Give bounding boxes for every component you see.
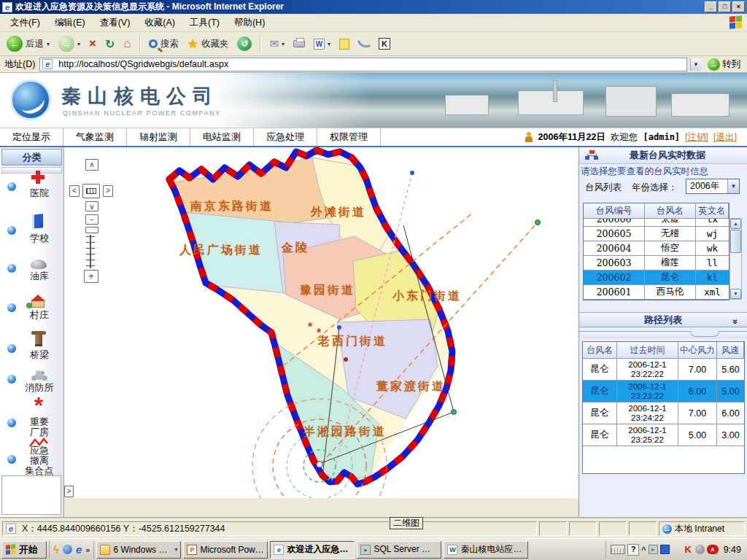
- year-dropdown-icon[interactable]: ▼: [727, 179, 739, 193]
- quicklaunch-ie-icon[interactable]: e: [76, 543, 82, 556]
- sphere-bullet-icon[interactable]: [7, 419, 16, 427]
- nav-tab-radiation[interactable]: 辐射监测: [127, 128, 190, 146]
- path-row-selected[interactable]: 昆仑2006-12-1 23:23:226.005.00: [583, 381, 744, 402]
- home-button[interactable]: ⌂: [120, 35, 134, 52]
- taskbar-button-explorer-group[interactable]: 6 Windows Expl... ▾: [96, 541, 181, 559]
- taskbar-button-word[interactable]: W 秦山核电站应急...: [444, 541, 528, 559]
- taskbar-clock[interactable]: 9:49: [721, 545, 741, 555]
- taskbar-button-powerpoint[interactable]: P Microsoft PowerP...: [183, 541, 268, 559]
- back-button[interactable]: ← 后退 ▾: [3, 34, 53, 53]
- point-marker[interactable]: [452, 410, 457, 415]
- menu-favorites[interactable]: 收藏(A): [137, 15, 182, 31]
- forward-button[interactable]: → ▾: [55, 34, 84, 53]
- nav-tab-permission[interactable]: 权限管理: [317, 128, 381, 146]
- disc-tray-icon[interactable]: [695, 545, 705, 554]
- sphere-bullet-icon[interactable]: [7, 182, 16, 191]
- sphere-bullet-icon[interactable]: [7, 264, 16, 273]
- menu-edit[interactable]: 编辑(E): [47, 15, 93, 31]
- sphere-bullet-icon[interactable]: [7, 226, 16, 235]
- sql-tray-icon[interactable]: ▸: [649, 545, 658, 554]
- scroll-up-icon[interactable]: ▲: [730, 219, 741, 229]
- menu-tools[interactable]: 工具(T): [182, 15, 227, 31]
- point-marker[interactable]: [410, 171, 414, 175]
- typhoon-row[interactable]: 200601西马伦xml: [584, 285, 729, 300]
- pan-left-button[interactable]: <: [69, 185, 80, 197]
- sidebar-collapse-button[interactable]: >: [64, 486, 74, 497]
- zoom-in-step-button[interactable]: +: [84, 270, 98, 283]
- mail-button[interactable]: ✉▾: [266, 36, 288, 52]
- panel-splitter[interactable]: [579, 331, 747, 338]
- exit-link[interactable]: [退出]: [713, 131, 737, 144]
- path-row[interactable]: 昆仑2006-12-1 23:24:227.006.00: [583, 402, 744, 424]
- zoom-slider-handle[interactable]: [85, 227, 98, 233]
- refresh-button[interactable]: ↻: [101, 36, 118, 52]
- typhoon-row[interactable]: 200605无稽wj: [584, 227, 729, 241]
- nav-tab-weather[interactable]: 气象监测: [63, 128, 127, 146]
- point-marker[interactable]: [344, 357, 348, 362]
- logout-link[interactable]: [注销]: [685, 131, 708, 144]
- search-button[interactable]: 搜索: [145, 36, 182, 52]
- pan-up-button[interactable]: ∧: [85, 159, 98, 171]
- path-list-header[interactable]: 路径列表 »: [579, 312, 747, 327]
- typhoon-row-selected[interactable]: 200602昆仑kl: [584, 271, 729, 285]
- typhoon-center-marker[interactable]: [317, 462, 322, 467]
- nav-tab-emergency[interactable]: 应急处理: [254, 128, 317, 146]
- tray-collapse-chevron[interactable]: ^: [641, 545, 646, 554]
- typhoon-table-scrollbar[interactable]: ▲ ▼: [729, 218, 742, 300]
- scroll-down-icon[interactable]: ▼: [730, 289, 741, 299]
- grid-tray-icon[interactable]: [672, 545, 681, 554]
- antivirus-tray-icon[interactable]: K: [684, 545, 693, 554]
- taskbar-button-ie-active[interactable]: e 欢迎进入应急资...: [270, 541, 355, 559]
- back-dropdown-icon[interactable]: ▾: [47, 41, 50, 47]
- network-tray-icon[interactable]: [660, 545, 670, 554]
- minimize-button[interactable]: _: [705, 1, 717, 12]
- menu-help[interactable]: 帮助(H): [227, 15, 272, 31]
- keyboard-layout-icon[interactable]: [611, 545, 625, 554]
- ati-tray-icon[interactable]: A: [707, 545, 719, 554]
- map-area[interactable]: * * 南京东路街道 外滩街道 人民广场街道 金陵 豫园街道 小东门街道 老西门…: [64, 147, 578, 498]
- nav-tab-location[interactable]: 定位显示: [0, 128, 63, 146]
- point-marker[interactable]: [535, 220, 541, 225]
- sphere-bullet-icon[interactable]: [7, 344, 16, 353]
- notes-button[interactable]: [336, 37, 353, 51]
- path-row[interactable]: 昆仑2006-12-1 23:22:227.005.60: [583, 359, 744, 381]
- year-select[interactable]: 2006年 ▼: [686, 179, 740, 194]
- edit-word-button[interactable]: W▾: [310, 37, 334, 51]
- restore-button[interactable]: □: [719, 1, 731, 12]
- pan-down-button[interactable]: ∨: [85, 201, 98, 211]
- sphere-bullet-icon[interactable]: [7, 303, 16, 312]
- zoom-out-step-button[interactable]: −: [85, 214, 98, 225]
- k-plugin-button[interactable]: K: [375, 36, 394, 51]
- quicklaunch-overflow-chevron[interactable]: »: [85, 545, 90, 554]
- help-tray-icon[interactable]: ?: [627, 544, 639, 556]
- typhoon-row[interactable]: 200603榴莲ll: [584, 256, 729, 271]
- quicklaunch-bolt-icon[interactable]: ϟ: [53, 543, 59, 556]
- district-map[interactable]: * * 南京东路街道 外滩街道 人民广场街道 金陵 豫园街道 小东门街道 老西门…: [64, 147, 578, 498]
- typhoon-row[interactable]: 200604悟空wk: [584, 241, 729, 256]
- history-button[interactable]: ↺: [233, 35, 255, 52]
- point-marker[interactable]: [337, 325, 341, 330]
- address-input[interactable]: e http://localhost/QSgridwebgis/default.…: [39, 58, 687, 71]
- print-button[interactable]: [290, 39, 309, 49]
- sphere-bullet-icon[interactable]: [7, 455, 16, 464]
- quicklaunch-app-icon[interactable]: [63, 545, 72, 554]
- collapse-chevron-icon[interactable]: »: [729, 319, 743, 324]
- nav-tab-station[interactable]: 电站监测: [190, 128, 254, 146]
- splitter-grip[interactable]: [690, 331, 719, 337]
- window-titlebar[interactable]: e 欢迎进入应急资源及决策信息显示系统 - Microsoft Internet…: [0, 0, 747, 14]
- menu-file[interactable]: 文件(F): [3, 15, 47, 31]
- go-button[interactable]: → 转到: [704, 58, 744, 71]
- forward-dropdown-icon[interactable]: ▾: [77, 41, 80, 47]
- close-button[interactable]: ×: [732, 1, 745, 12]
- scroll-thumb[interactable]: [730, 230, 741, 253]
- typhoon-row[interactable]: 200606太虚tx: [584, 219, 729, 227]
- address-dropdown-icon[interactable]: ▼: [690, 58, 701, 71]
- taskbar-button-sql-server[interactable]: ▸ SQL Server 服务...: [357, 541, 441, 559]
- favorites-button[interactable]: ★ 收藏夹: [184, 35, 233, 53]
- pan-right-button[interactable]: >: [103, 185, 113, 197]
- sphere-bullet-icon[interactable]: [7, 375, 16, 384]
- stop-button[interactable]: ×: [85, 36, 100, 52]
- menu-view[interactable]: 查看(V): [93, 15, 138, 31]
- path-row[interactable]: 昆仑2006-12-1 23:25:225.003.00: [583, 424, 744, 446]
- start-button[interactable]: 开始: [1, 541, 47, 559]
